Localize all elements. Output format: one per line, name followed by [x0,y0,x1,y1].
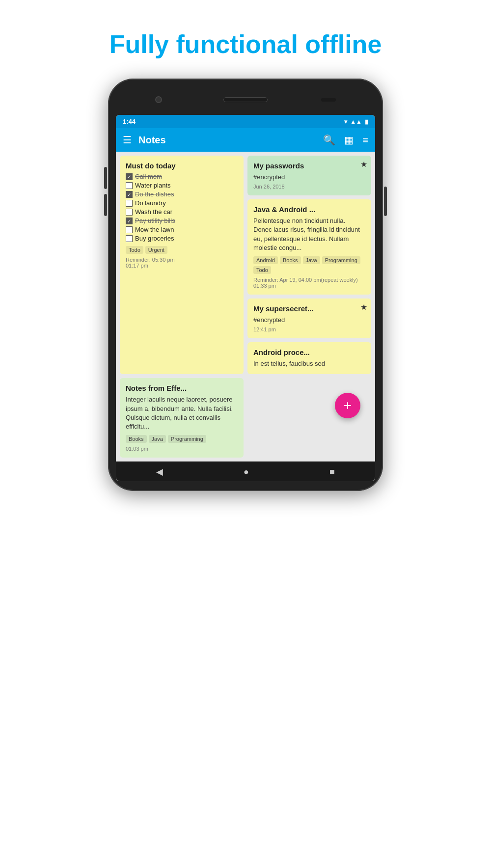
star-icon-passwords[interactable]: ★ [360,160,367,169]
checkbox-mow-lawn[interactable] [126,226,133,233]
phone-screen: 1:44 ▾ ▲▲ ▮ ☰ Notes 🔍 ▦ ≡ [116,115,375,481]
todo-text-do-dishes: Do the dishes [135,190,174,198]
sensor [321,98,336,102]
tag-urgent: Urgent [145,246,167,254]
todo-item-call-mom: ✓ Call mom [126,173,238,180]
phone-outer: 1:44 ▾ ▲▲ ▮ ☰ Notes 🔍 ▦ ≡ [108,79,383,491]
checkbox-buy-groceries[interactable] [126,235,133,242]
note-card-android-proce[interactable]: Android proce... In est tellus, faucibus… [247,342,371,374]
note-preview-supersecret: #encrypted [253,316,365,325]
fab-add-note[interactable]: + [335,393,360,418]
bottom-nav-bar: ◀ ● ■ [116,461,375,481]
checkbox-wash-car[interactable] [126,209,133,216]
note-card-must-do-today[interactable]: Must do today ✓ Call mom Water plants ✓ … [120,156,244,374]
note-meta-notes-from-effe: 01:03 pm [126,446,238,452]
battery-icon: ▮ [365,118,368,125]
note-meta-java-android: Reminder: Apr 19, 04:00 pm(repeat weekly… [253,277,365,289]
status-time: 1:44 [123,118,136,125]
todo-item-pay-bills: ✓ Pay utility bills [126,217,238,224]
todo-text-mow-lawn: Mow the lawn [135,226,174,233]
menu-icon[interactable]: ☰ [123,134,132,146]
todo-item-water-plants: Water plants [126,182,238,189]
app-bar-left: ☰ Notes [123,134,166,146]
todo-text-do-laundry: Do laundry [135,199,166,207]
note-title-must-do-today: Must do today [126,162,238,170]
volume-down-button [104,194,107,216]
note-date-passwords: Jun 26, 2018 [253,184,365,190]
note-tags-notes-from-effe: Books Java Programming [126,435,238,443]
phone-device: 1:44 ▾ ▲▲ ▮ ☰ Notes 🔍 ▦ ≡ [108,79,383,491]
checkbox-water-plants[interactable] [126,182,133,189]
status-icons: ▾ ▲▲ ▮ [344,118,368,125]
todo-item-mow-lawn: Mow the lawn [126,226,238,233]
todo-text-wash-car: Wash the car [135,208,172,216]
nav-recent-icon[interactable]: ■ [329,467,335,477]
nav-home-icon[interactable]: ● [244,467,249,477]
note-title-java-android: Java & Android ... [253,205,365,214]
power-button [384,187,387,216]
todo-item-do-laundry: Do laundry [126,199,238,207]
note-card-my-passwords[interactable]: ★ My passwords #encrypted Jun 26, 2018 [247,156,371,195]
front-camera [155,96,162,103]
note-tags-java-android: Android Books Java Programming Todo [253,256,365,274]
tag-java-effe: Java [149,435,166,443]
note-title-android-proce: Android proce... [253,348,365,356]
note-title-my-passwords: My passwords [253,162,365,170]
todo-text-water-plants: Water plants [135,182,171,189]
todo-item-wash-car: Wash the car [126,208,238,216]
note-title-supersecret: My supersecret... [253,304,365,313]
todo-item-buy-groceries: Buy groceries [126,235,238,242]
tag-android: Android [253,256,278,264]
todo-text-buy-groceries: Buy groceries [135,235,174,242]
speaker [223,97,268,102]
note-preview-android-proce: In est tellus, faucibus sed [253,359,365,368]
notes-grid: Must do today ✓ Call mom Water plants ✓ … [116,152,375,461]
todo-text-call-mom: Call mom [135,173,162,180]
note-card-java-android[interactable]: Java & Android ... Pellentesque non tinc… [247,199,371,295]
status-bar: 1:44 ▾ ▲▲ ▮ [116,115,375,128]
note-preview-notes-from-effe: Integer iaculis neque laoreet, posuere i… [126,395,238,431]
tag-books-effe: Books [126,435,147,443]
volume-up-button [104,167,107,189]
star-icon-supersecret[interactable]: ★ [360,302,367,312]
note-meta-must-do-today: Reminder: 05:30 pm01:17 pm [126,257,238,269]
app-bar-actions: 🔍 ▦ ≡ [323,134,368,146]
note-preview-java-android: Pellentesque non tincidunt nulla. Donec … [253,217,365,252]
note-date-supersecret: 12:41 pm [253,326,365,332]
signal-icon: ▲▲ [350,118,362,125]
checkbox-pay-bills[interactable]: ✓ [126,217,133,224]
tag-books: Books [280,256,301,264]
tag-programming-effe: Programming [168,435,206,443]
sort-icon[interactable]: ≡ [362,135,368,146]
todo-text-pay-bills: Pay utility bills [135,217,175,224]
wifi-icon: ▾ [344,118,347,125]
note-card-supersecret[interactable]: ★ My supersecret... #encrypted 12:41 pm [247,298,371,338]
checkbox-do-laundry[interactable] [126,200,133,207]
app-title: Notes [138,135,166,146]
app-bar: ☰ Notes 🔍 ▦ ≡ [116,128,375,152]
search-icon[interactable]: 🔍 [323,134,335,146]
note-tags-must-do-today: Todo Urgent [126,246,238,254]
todo-item-do-dishes: ✓ Do the dishes [126,190,238,198]
tag-todo-ja: Todo [253,266,271,274]
note-preview-passwords: #encrypted [253,173,365,182]
tag-java: Java [303,256,320,264]
nav-back-icon[interactable]: ◀ [156,466,163,477]
checkbox-call-mom[interactable]: ✓ [126,173,133,180]
view-icon[interactable]: ▦ [344,134,354,146]
phone-top-bar [116,89,375,110]
headline: Fully functional offline [0,0,491,79]
tag-todo: Todo [126,246,143,254]
note-title-notes-from-effe: Notes from Effe... [126,384,238,392]
note-card-notes-from-effe[interactable]: Notes from Effe... Integer iaculis neque… [120,378,244,458]
tag-programming: Programming [322,256,360,264]
notes-content: Must do today ✓ Call mom Water plants ✓ … [116,152,375,461]
checkbox-do-dishes[interactable]: ✓ [126,191,133,198]
